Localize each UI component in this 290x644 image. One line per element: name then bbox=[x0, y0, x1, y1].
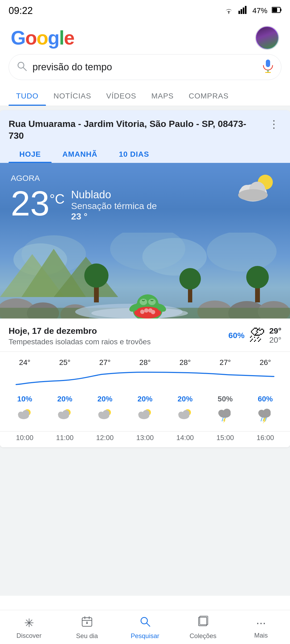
seu-dia-icon bbox=[81, 616, 93, 630]
today-date: Hoje, 17 de dezembro bbox=[9, 326, 151, 336]
svg-point-58 bbox=[62, 410, 69, 417]
svg-line-74 bbox=[222, 418, 223, 421]
weather-unit: °C bbox=[50, 191, 65, 207]
search-container: previsão do tempo bbox=[0, 54, 290, 86]
hourly-icon-4 bbox=[169, 408, 201, 427]
today-left: Hoje, 17 de dezembro Tempestades isolada… bbox=[9, 326, 151, 346]
weather-landscape bbox=[0, 233, 290, 319]
nav-seu-dia[interactable]: Seu dia bbox=[66, 616, 108, 640]
svg-rect-2 bbox=[243, 8, 244, 14]
svg-line-8 bbox=[23, 68, 26, 71]
status-time: 09:22 bbox=[9, 5, 33, 16]
precip-0: 10% bbox=[9, 395, 41, 403]
weather-cloud-icon bbox=[234, 174, 277, 204]
tab-tudo[interactable]: TUDO bbox=[9, 86, 46, 106]
svg-point-16 bbox=[238, 189, 268, 201]
precip-1: 20% bbox=[49, 395, 81, 403]
today-header-row: Hoje, 17 de dezembro Tempestades isolada… bbox=[9, 326, 281, 346]
svg-point-44 bbox=[134, 307, 161, 319]
svg-point-42 bbox=[140, 299, 147, 305]
svg-point-70 bbox=[183, 410, 190, 417]
nav-pesquisar-label: Pesquisar bbox=[131, 632, 160, 640]
weather-tab-hoje[interactable]: HOJE bbox=[9, 146, 52, 163]
svg-point-7 bbox=[18, 62, 24, 68]
pesquisar-icon bbox=[139, 616, 151, 630]
hourly-icon-2 bbox=[89, 408, 121, 427]
status-bar: 09:22 47% bbox=[0, 0, 290, 19]
signal-icon bbox=[238, 6, 248, 16]
search-bar[interactable]: previsão do tempo bbox=[9, 54, 281, 80]
avatar[interactable] bbox=[255, 26, 279, 50]
hourly-icon-5 bbox=[209, 408, 241, 427]
mic-icon[interactable] bbox=[262, 59, 274, 75]
discover-icon: ✳ bbox=[24, 616, 34, 630]
weather-main-display: AGORA 23 °C Nublado Sensação térmica de … bbox=[0, 163, 290, 319]
svg-point-35 bbox=[84, 264, 108, 288]
svg-point-39 bbox=[246, 266, 269, 288]
svg-point-54 bbox=[22, 410, 29, 417]
time-0: 10:00 bbox=[9, 434, 41, 442]
bottom-nav: ✳ Discover Seu dia Pesquisar Coleções ··… bbox=[0, 610, 290, 644]
weather-tab-amanha[interactable]: AMANHÃ bbox=[52, 146, 108, 163]
weather-feels-like: Sensação térmica de 23 ° bbox=[71, 201, 157, 222]
more-options-icon[interactable]: ⋮ bbox=[266, 118, 281, 130]
temp-label-5: 27° bbox=[209, 358, 241, 367]
weather-condition: Nublado bbox=[71, 189, 157, 201]
svg-line-91 bbox=[147, 623, 150, 626]
hourly-icons-row bbox=[0, 405, 290, 431]
nav-mais[interactable]: ··· Mais bbox=[240, 616, 282, 639]
google-header: Google bbox=[0, 19, 290, 54]
temp-label-0: 24° bbox=[9, 358, 41, 367]
tab-maps[interactable]: MAPS bbox=[144, 86, 181, 106]
svg-point-73 bbox=[223, 409, 231, 416]
precip-chance: 60% bbox=[229, 331, 245, 340]
hourly-icon-1 bbox=[49, 408, 81, 427]
temp-range: 29° 20° bbox=[269, 326, 281, 345]
svg-rect-5 bbox=[280, 9, 281, 11]
wifi-icon bbox=[223, 6, 234, 16]
hourly-icon-0 bbox=[9, 408, 41, 427]
precip-6: 60% bbox=[249, 395, 281, 403]
search-icon bbox=[16, 61, 27, 74]
temp-label-3: 28° bbox=[129, 358, 161, 367]
battery-icon: 47% bbox=[252, 6, 267, 15]
tabs-bar: TUDO NOTÍCIAS VÍDEOS MAPS COMPRAS bbox=[0, 86, 290, 106]
tab-compras[interactable]: COMPRAS bbox=[181, 86, 236, 106]
svg-point-46 bbox=[144, 308, 148, 313]
nav-discover[interactable]: ✳ Discover bbox=[8, 616, 50, 639]
weather-description: Nublado Sensação térmica de 23 ° bbox=[71, 189, 157, 222]
weather-temperature: 23 bbox=[11, 186, 50, 221]
svg-point-66 bbox=[143, 410, 150, 417]
svg-rect-6 bbox=[272, 8, 277, 12]
time-4: 14:00 bbox=[169, 434, 201, 442]
precip-row: 10% 20% 20% 20% 20% 50% 60% bbox=[0, 390, 290, 405]
time-3: 13:00 bbox=[129, 434, 161, 442]
storm-icon: ⛈ bbox=[249, 326, 265, 345]
temp-curve-area bbox=[0, 368, 290, 390]
tab-noticias[interactable]: NOTÍCIAS bbox=[46, 86, 99, 106]
today-description: Tempestades isoladas com raios e trovões bbox=[9, 338, 151, 346]
svg-rect-0 bbox=[238, 11, 240, 14]
svg-rect-1 bbox=[241, 9, 242, 14]
time-5: 15:00 bbox=[209, 434, 241, 442]
weather-tab-10dias[interactable]: 10 DIAS bbox=[108, 146, 160, 163]
nav-colecoes[interactable]: Coleções bbox=[182, 616, 224, 640]
svg-point-62 bbox=[103, 410, 110, 417]
svg-point-48 bbox=[151, 310, 155, 314]
svg-marker-76 bbox=[223, 418, 226, 423]
svg-point-21 bbox=[207, 233, 277, 272]
today-right: 60% ⛈ 29° 20° bbox=[229, 326, 281, 345]
nav-mais-label: Mais bbox=[254, 632, 268, 639]
weather-location: Rua Umuarama - Jardim Vitoria, São Paulo… bbox=[9, 118, 250, 141]
precip-4: 20% bbox=[169, 395, 201, 403]
nav-pesquisar[interactable]: Pesquisar bbox=[124, 616, 166, 640]
hourly-icon-3 bbox=[129, 408, 161, 427]
tab-videos[interactable]: VÍDEOS bbox=[99, 86, 144, 106]
mais-icon: ··· bbox=[256, 616, 266, 630]
svg-rect-3 bbox=[245, 6, 247, 14]
hourly-icon-6 bbox=[249, 408, 281, 427]
svg-point-37 bbox=[179, 268, 201, 290]
google-logo: Google bbox=[11, 27, 74, 49]
time-6: 16:00 bbox=[249, 434, 281, 442]
svg-line-80 bbox=[261, 418, 262, 421]
